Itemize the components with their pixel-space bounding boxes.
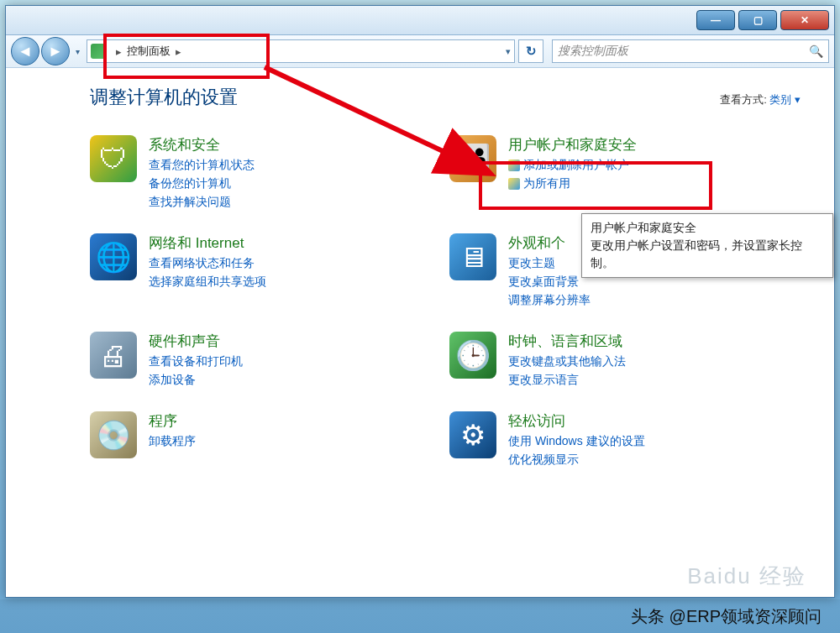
control-panel-icon <box>91 44 106 59</box>
category-title-link[interactable]: 轻松访问 <box>508 411 645 431</box>
category-sublink[interactable]: 查看您的计算机状态 <box>149 158 255 173</box>
monitor-icon: 🖥 <box>449 233 496 280</box>
category-sublink[interactable]: 添加设备 <box>149 373 243 388</box>
breadcrumb-root[interactable]: 控制面板 <box>127 44 171 59</box>
uac-shield-icon <box>508 178 520 190</box>
disc-icon: 💿 <box>90 411 137 458</box>
category-sublink[interactable]: 更改键盘或其他输入法 <box>508 354 626 369</box>
printer-icon: 🖨 <box>90 332 137 379</box>
globe-icon: 🌐 <box>90 233 137 280</box>
address-dropdown[interactable]: ▾ <box>506 46 511 57</box>
category-programs: 💿 程序 卸载程序 <box>90 411 441 468</box>
category-sublink[interactable]: 查看网络状态和任务 <box>149 256 266 271</box>
category-title-link[interactable]: 用户帐户和家庭安全 <box>508 135 637 154</box>
search-icon[interactable]: 🔍 <box>809 44 823 58</box>
category-network: 🌐 网络和 Internet 查看网络状态和任务 选择家庭组和共享选项 <box>90 233 441 308</box>
category-sublink[interactable]: 优化视频显示 <box>508 453 645 468</box>
category-title-link[interactable]: 系统和安全 <box>149 135 255 154</box>
category-sublink[interactable]: 备份您的计算机 <box>149 176 255 191</box>
ease-icon: ⚙ <box>449 411 496 458</box>
search-input[interactable]: 搜索控制面板 🔍 <box>552 39 829 63</box>
titlebar: — ▢ ✕ <box>6 6 834 35</box>
category-system: 🛡 系统和安全 查看您的计算机状态 备份您的计算机 查找并解决问题 <box>90 135 441 210</box>
category-users: 👪 用户帐户和家庭安全 添加或删除用户帐户 为所有用 <box>449 135 801 210</box>
category-hardware: 🖨 硬件和声音 查看设备和打印机 添加设备 <box>90 332 441 388</box>
tooltip-body: 更改用户帐户设置和密码，并设置家长控制。 <box>591 237 824 272</box>
users-icon: 👪 <box>449 135 496 182</box>
category-title-link[interactable]: 程序 <box>149 411 196 431</box>
tooltip: 用户帐户和家庭安全 更改用户帐户设置和密码，并设置家长控制。 <box>581 213 833 278</box>
category-sublink[interactable]: 查找并解决问题 <box>149 195 255 210</box>
category-sublink[interactable]: 选择家庭组和共享选项 <box>149 275 266 290</box>
close-button[interactable]: ✕ <box>780 10 829 30</box>
search-placeholder: 搜索控制面板 <box>558 44 628 59</box>
clock-icon: 🕒 <box>449 332 496 379</box>
refresh-button[interactable]: ↻ <box>518 39 543 63</box>
forward-button[interactable]: ► <box>41 37 70 65</box>
category-sublink[interactable]: 更改桌面背景 <box>508 275 591 290</box>
view-by-dropdown[interactable]: 类别 ▾ <box>769 93 801 106</box>
view-by: 查看方式: 类别 ▾ <box>720 92 801 107</box>
control-panel-window: — ▢ ✕ ◄ ► ▾ ▸ 控制面板 ▸ ▾ ↻ 搜索控制面板 🔍 调整计算机的… <box>5 5 835 598</box>
address-bar[interactable]: ▸ 控制面板 ▸ ▾ <box>87 39 515 63</box>
content-area: 调整计算机的设置 查看方式: 类别 ▾ 🛡 系统和安全 查看您的计算机状态 备份… <box>6 66 834 597</box>
category-ease: ⚙ 轻松访问 使用 Windows 建议的设置 优化视频显示 <box>449 411 801 468</box>
category-sublink[interactable]: 更改显示语言 <box>508 373 626 388</box>
minimize-button[interactable]: — <box>696 10 735 30</box>
breadcrumb-sep: ▸ <box>116 45 122 58</box>
uac-shield-icon <box>508 160 520 171</box>
category-sublink[interactable]: 为所有用 <box>508 176 637 191</box>
category-sublink[interactable]: 卸载程序 <box>149 434 196 449</box>
source-caption: 头条 @ERP领域资深顾问 <box>0 599 840 633</box>
category-title-link[interactable]: 外观和个 <box>508 233 591 253</box>
category-title-link[interactable]: 时钟、语言和区域 <box>508 332 626 351</box>
category-title-link[interactable]: 硬件和声音 <box>149 332 243 351</box>
tooltip-title: 用户帐户和家庭安全 <box>591 219 824 237</box>
category-clock: 🕒 时钟、语言和区域 更改键盘或其他输入法 更改显示语言 <box>449 332 801 388</box>
page-title: 调整计算机的设置 <box>90 85 238 110</box>
toolbar: ◄ ► ▾ ▸ 控制面板 ▸ ▾ ↻ 搜索控制面板 🔍 <box>6 35 834 68</box>
maximize-button[interactable]: ▢ <box>738 10 777 30</box>
category-sublink[interactable]: 添加或删除用户帐户 <box>508 158 637 173</box>
category-sublink[interactable]: 更改主题 <box>508 256 591 271</box>
category-sublink[interactable]: 调整屏幕分辨率 <box>508 293 591 308</box>
shield-icon: 🛡 <box>90 135 137 182</box>
category-sublink[interactable]: 查看设备和打印机 <box>149 354 243 369</box>
category-sublink[interactable]: 使用 Windows 建议的设置 <box>508 434 645 449</box>
category-title-link[interactable]: 网络和 Internet <box>149 233 266 253</box>
history-dropdown[interactable]: ▾ <box>71 38 83 65</box>
breadcrumb-sep: ▸ <box>176 45 181 58</box>
back-button[interactable]: ◄ <box>11 37 39 65</box>
